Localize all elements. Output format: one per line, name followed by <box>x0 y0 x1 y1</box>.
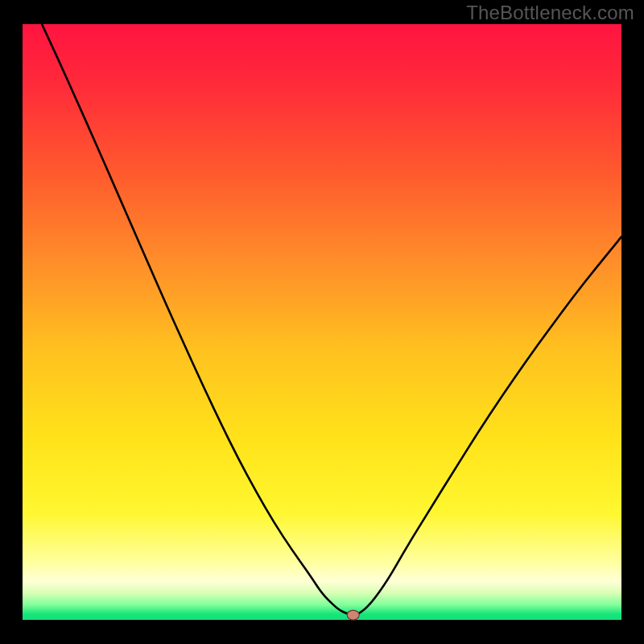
watermark-text: TheBottleneck.com <box>466 2 634 24</box>
bottleneck-chart <box>0 0 644 644</box>
optimum-marker <box>347 610 359 620</box>
chart-container: { "watermark": "TheBottleneck.com", "col… <box>0 0 644 644</box>
plot-background <box>23 24 621 620</box>
